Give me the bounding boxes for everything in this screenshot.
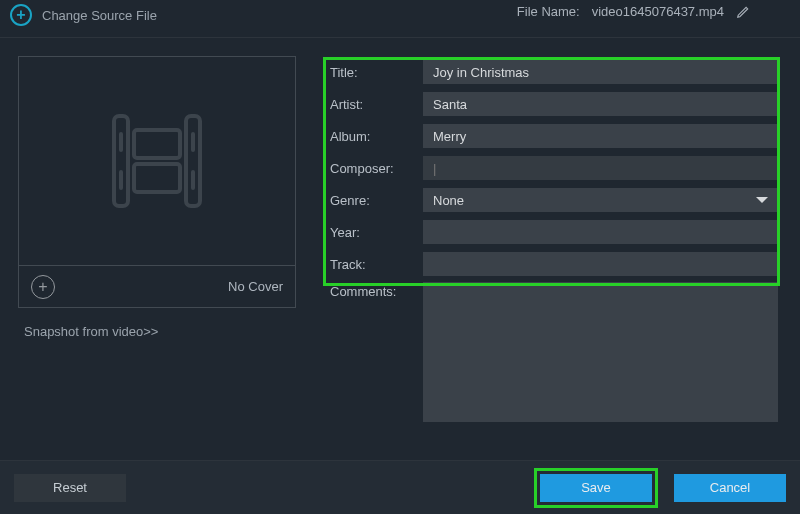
- change-source-label: Change Source File: [42, 8, 157, 23]
- svg-rect-7: [134, 164, 180, 192]
- no-cover-label: No Cover: [228, 279, 283, 294]
- field-year: Year:: [330, 216, 778, 248]
- main-area: + No Cover Snapshot from video>> Title: …: [0, 38, 800, 422]
- header-bar: + Change Source File File Name: video164…: [0, 0, 800, 36]
- cover-preview: [18, 56, 296, 266]
- composer-input[interactable]: [423, 156, 778, 180]
- field-title: Title:: [330, 56, 778, 88]
- svg-rect-1: [186, 116, 200, 206]
- album-input[interactable]: [423, 124, 778, 148]
- title-label: Title:: [330, 65, 415, 80]
- artist-label: Artist:: [330, 97, 415, 112]
- comments-input[interactable]: [423, 282, 778, 422]
- metadata-form: Title: Artist: Album: Composer: Genre: N…: [300, 56, 788, 422]
- add-cover-button[interactable]: +: [31, 275, 55, 299]
- file-name-display: File Name: video1645076437.mp4: [517, 4, 750, 19]
- composer-label: Composer:: [330, 161, 415, 176]
- genre-select[interactable]: None: [423, 188, 778, 212]
- field-composer: Composer:: [330, 152, 778, 184]
- album-label: Album:: [330, 129, 415, 144]
- svg-rect-0: [114, 116, 128, 206]
- save-highlight: Save: [534, 468, 658, 508]
- change-source-button[interactable]: + Change Source File: [10, 4, 157, 26]
- track-input[interactable]: [423, 252, 778, 276]
- reset-button[interactable]: Reset: [14, 474, 126, 502]
- plus-circle-icon: +: [10, 4, 32, 26]
- file-name-value: video1645076437.mp4: [592, 4, 724, 19]
- film-icon: [102, 106, 212, 216]
- field-track: Track:: [330, 248, 778, 280]
- save-button[interactable]: Save: [540, 474, 652, 502]
- field-comments: Comments:: [330, 282, 778, 422]
- title-input[interactable]: [423, 60, 778, 84]
- genre-value: None: [433, 193, 464, 208]
- year-input[interactable]: [423, 220, 778, 244]
- snapshot-from-video-link[interactable]: Snapshot from video>>: [24, 324, 300, 339]
- genre-label: Genre:: [330, 193, 415, 208]
- pencil-icon[interactable]: [736, 5, 750, 19]
- track-label: Track:: [330, 257, 415, 272]
- field-artist: Artist:: [330, 88, 778, 120]
- svg-rect-6: [134, 130, 180, 158]
- cancel-button[interactable]: Cancel: [674, 474, 786, 502]
- comments-label: Comments:: [330, 282, 415, 299]
- field-genre: Genre: None: [330, 184, 778, 216]
- footer-bar: Reset Save Cancel: [0, 460, 800, 514]
- artist-input[interactable]: [423, 92, 778, 116]
- cover-panel: + No Cover Snapshot from video>>: [18, 56, 300, 422]
- chevron-down-icon: [756, 197, 768, 203]
- field-album: Album:: [330, 120, 778, 152]
- file-name-label: File Name:: [517, 4, 580, 19]
- cover-toolbar: + No Cover: [18, 266, 296, 308]
- year-label: Year:: [330, 225, 415, 240]
